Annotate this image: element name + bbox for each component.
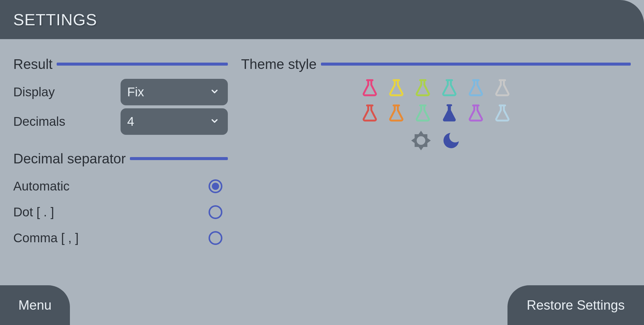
page-title: SETTINGS bbox=[13, 10, 97, 29]
dark-mode-button[interactable] bbox=[439, 129, 463, 153]
svg-rect-9 bbox=[446, 104, 452, 106]
label-display: Display bbox=[13, 85, 55, 99]
flask-icon bbox=[386, 78, 406, 98]
theme-navy-button[interactable] bbox=[439, 104, 459, 123]
section-rule bbox=[57, 63, 228, 66]
theme-yellow-button[interactable] bbox=[386, 79, 406, 98]
menu-button-label: Menu bbox=[18, 298, 52, 313]
radio-dot bbox=[212, 183, 219, 190]
section-title-separator: Decimal separator bbox=[13, 150, 126, 167]
radio-circle[interactable] bbox=[209, 179, 222, 193]
theme-mint-button[interactable] bbox=[413, 104, 433, 123]
content-area: Result Display Fix Decimals 4 Deci bbox=[0, 39, 644, 251]
flask-icon bbox=[466, 104, 486, 123]
section-rule bbox=[130, 157, 228, 160]
theme-row-2 bbox=[360, 104, 512, 123]
dropdown-decimals[interactable]: 4 bbox=[121, 108, 228, 135]
theme-grid bbox=[241, 79, 631, 153]
flask-icon bbox=[413, 104, 433, 123]
theme-lightblue-button[interactable] bbox=[492, 104, 512, 123]
dropdown-display[interactable]: Fix bbox=[121, 79, 228, 105]
restore-settings-button[interactable]: Restore Settings bbox=[507, 285, 644, 325]
section-header-separator: Decimal separator bbox=[13, 150, 228, 167]
restore-button-label: Restore Settings bbox=[527, 298, 625, 313]
section-title-theme: Theme style bbox=[241, 56, 317, 72]
radio-label: Comma [ , ] bbox=[13, 231, 79, 245]
dropdown-display-value: Fix bbox=[127, 85, 144, 99]
flask-icon bbox=[492, 104, 512, 123]
section-rule bbox=[321, 63, 631, 66]
radio-option-2[interactable]: Comma [ , ] bbox=[13, 225, 228, 251]
radio-label: Dot [ . ] bbox=[13, 205, 54, 219]
header-bar: SETTINGS bbox=[0, 0, 644, 39]
sun-icon bbox=[409, 129, 433, 153]
radio-option-1[interactable]: Dot [ . ] bbox=[13, 199, 228, 225]
theme-pink-button[interactable] bbox=[360, 79, 380, 98]
radio-option-0[interactable]: Automatic bbox=[13, 173, 228, 199]
theme-grey-button[interactable] bbox=[492, 79, 512, 98]
flask-icon bbox=[386, 104, 406, 123]
theme-red-button[interactable] bbox=[360, 104, 380, 123]
svg-point-12 bbox=[416, 136, 425, 145]
radio-label: Automatic bbox=[13, 179, 70, 193]
theme-sky-button[interactable] bbox=[466, 79, 486, 98]
flask-icon bbox=[492, 78, 512, 98]
flask-icon bbox=[360, 104, 380, 123]
row-display: Display Fix bbox=[13, 79, 228, 105]
theme-mode-row bbox=[409, 129, 463, 153]
theme-row-1 bbox=[360, 79, 512, 98]
chevron-down-icon bbox=[210, 116, 219, 127]
theme-orange-button[interactable] bbox=[386, 104, 406, 123]
left-column: Result Display Fix Decimals 4 Deci bbox=[13, 56, 228, 251]
radio-circle[interactable] bbox=[209, 231, 222, 245]
light-mode-button[interactable] bbox=[409, 129, 433, 153]
flask-icon bbox=[413, 78, 433, 98]
dropdown-decimals-value: 4 bbox=[127, 114, 134, 129]
radio-circle[interactable] bbox=[209, 205, 222, 219]
chevron-down-icon bbox=[210, 87, 219, 98]
row-decimals: Decimals 4 bbox=[13, 108, 228, 135]
moon-icon bbox=[441, 130, 461, 152]
menu-button[interactable]: Menu bbox=[0, 285, 70, 325]
theme-purple-button[interactable] bbox=[466, 104, 486, 123]
section-header-theme: Theme style bbox=[241, 56, 631, 72]
section-title-result: Result bbox=[13, 56, 52, 72]
label-decimals: Decimals bbox=[13, 114, 65, 129]
flask-icon bbox=[360, 78, 380, 98]
right-column: Theme style bbox=[241, 56, 631, 251]
flask-icon bbox=[466, 78, 486, 98]
flask-icon bbox=[439, 104, 459, 123]
theme-teal-button[interactable] bbox=[439, 79, 459, 98]
flask-icon bbox=[439, 78, 459, 98]
section-header-result: Result bbox=[13, 56, 228, 72]
theme-lime-button[interactable] bbox=[413, 79, 433, 98]
